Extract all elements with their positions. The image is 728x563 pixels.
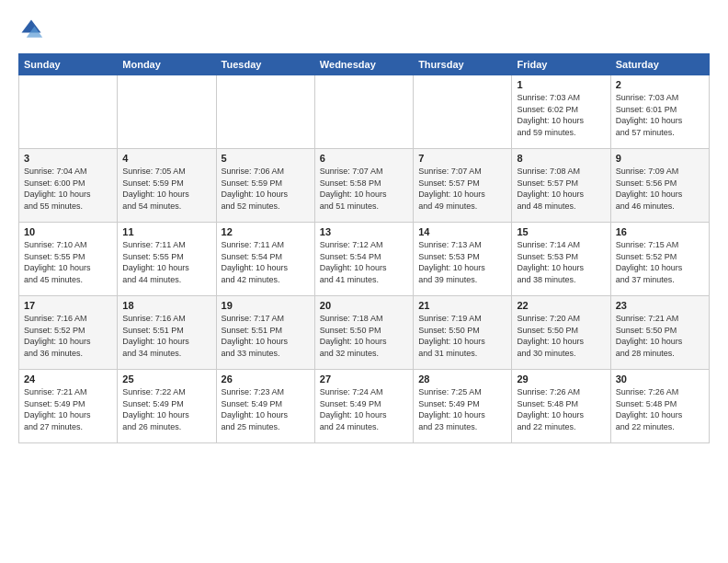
logo-icon — [18, 17, 44, 42]
day-info: Sunrise: 7:16 AM Sunset: 5:51 PM Dayligh… — [122, 313, 210, 359]
calendar-page: SundayMondayTuesdayWednesdayThursdayFrid… — [0, 0, 728, 453]
day-info: Sunrise: 7:22 AM Sunset: 5:49 PM Dayligh… — [122, 386, 210, 432]
calendar-cell: 3Sunrise: 7:04 AM Sunset: 6:00 PM Daylig… — [19, 149, 118, 223]
calendar-cell: 5Sunrise: 7:06 AM Sunset: 5:59 PM Daylig… — [216, 149, 314, 223]
day-info: Sunrise: 7:08 AM Sunset: 5:57 PM Dayligh… — [517, 166, 605, 212]
day-number: 1 — [517, 79, 605, 90]
calendar-cell: 24Sunrise: 7:21 AM Sunset: 5:49 PM Dayli… — [19, 370, 118, 443]
day-number: 24 — [24, 373, 112, 385]
day-info: Sunrise: 7:06 AM Sunset: 5:59 PM Dayligh… — [222, 166, 310, 212]
day-info: Sunrise: 7:26 AM Sunset: 5:48 PM Dayligh… — [517, 386, 605, 432]
calendar-cell: 17Sunrise: 7:16 AM Sunset: 5:52 PM Dayli… — [19, 296, 118, 370]
calendar-cell: 9Sunrise: 7:09 AM Sunset: 5:56 PM Daylig… — [610, 149, 709, 223]
calendar-week-row: 10Sunrise: 7:10 AM Sunset: 5:55 PM Dayli… — [19, 223, 710, 296]
page-header — [18, 17, 710, 42]
day-number: 21 — [418, 300, 506, 311]
calendar-cell: 15Sunrise: 7:14 AM Sunset: 5:53 PM Dayli… — [512, 223, 610, 296]
day-number: 29 — [517, 373, 605, 385]
calendar-cell: 21Sunrise: 7:19 AM Sunset: 5:50 PM Dayli… — [414, 296, 512, 370]
calendar-cell — [118, 75, 216, 149]
calendar-week-row: 24Sunrise: 7:21 AM Sunset: 5:49 PM Dayli… — [19, 370, 710, 443]
calendar-week-row: 1Sunrise: 7:03 AM Sunset: 6:02 PM Daylig… — [19, 75, 710, 149]
day-info: Sunrise: 7:15 AM Sunset: 5:52 PM Dayligh… — [616, 239, 704, 285]
day-info: Sunrise: 7:24 AM Sunset: 5:49 PM Dayligh… — [320, 386, 408, 432]
day-number: 7 — [418, 153, 506, 164]
day-info: Sunrise: 7:25 AM Sunset: 5:49 PM Dayligh… — [418, 386, 506, 432]
day-info: Sunrise: 7:17 AM Sunset: 5:51 PM Dayligh… — [222, 313, 310, 359]
calendar-cell: 28Sunrise: 7:25 AM Sunset: 5:49 PM Dayli… — [414, 370, 512, 443]
day-number: 2 — [616, 79, 704, 90]
calendar-cell: 1Sunrise: 7:03 AM Sunset: 6:02 PM Daylig… — [512, 75, 610, 149]
calendar-cell: 10Sunrise: 7:10 AM Sunset: 5:55 PM Dayli… — [19, 223, 118, 296]
day-info: Sunrise: 7:19 AM Sunset: 5:50 PM Dayligh… — [418, 313, 506, 359]
calendar-cell: 22Sunrise: 7:20 AM Sunset: 5:50 PM Dayli… — [512, 296, 610, 370]
calendar-cell — [414, 75, 512, 149]
calendar-cell: 8Sunrise: 7:08 AM Sunset: 5:57 PM Daylig… — [512, 149, 610, 223]
calendar-cell: 6Sunrise: 7:07 AM Sunset: 5:58 PM Daylig… — [314, 149, 413, 223]
calendar-cell: 4Sunrise: 7:05 AM Sunset: 5:59 PM Daylig… — [118, 149, 216, 223]
day-number: 18 — [122, 300, 210, 311]
weekday-header: Sunday — [19, 54, 118, 75]
weekday-header-row: SundayMondayTuesdayWednesdayThursdayFrid… — [19, 54, 710, 75]
day-number: 8 — [517, 153, 605, 164]
day-info: Sunrise: 7:09 AM Sunset: 5:56 PM Dayligh… — [616, 166, 704, 212]
day-number: 23 — [616, 300, 704, 311]
day-info: Sunrise: 7:04 AM Sunset: 6:00 PM Dayligh… — [24, 166, 112, 212]
day-number: 12 — [222, 226, 310, 237]
day-number: 17 — [24, 300, 112, 311]
day-info: Sunrise: 7:05 AM Sunset: 5:59 PM Dayligh… — [122, 166, 210, 212]
day-number: 22 — [517, 300, 605, 311]
day-number: 10 — [24, 226, 112, 237]
day-number: 4 — [122, 153, 210, 164]
day-info: Sunrise: 7:21 AM Sunset: 5:50 PM Dayligh… — [616, 313, 704, 359]
weekday-header: Tuesday — [216, 54, 314, 75]
calendar-table: SundayMondayTuesdayWednesdayThursdayFrid… — [18, 53, 710, 443]
calendar-cell: 23Sunrise: 7:21 AM Sunset: 5:50 PM Dayli… — [610, 296, 709, 370]
calendar-cell: 25Sunrise: 7:22 AM Sunset: 5:49 PM Dayli… — [118, 370, 216, 443]
calendar-week-row: 3Sunrise: 7:04 AM Sunset: 6:00 PM Daylig… — [19, 149, 710, 223]
calendar-cell: 26Sunrise: 7:23 AM Sunset: 5:49 PM Dayli… — [216, 370, 314, 443]
day-info: Sunrise: 7:18 AM Sunset: 5:50 PM Dayligh… — [320, 313, 408, 359]
day-number: 25 — [122, 373, 210, 385]
calendar-week-row: 17Sunrise: 7:16 AM Sunset: 5:52 PM Dayli… — [19, 296, 710, 370]
weekday-header: Saturday — [610, 54, 709, 75]
day-info: Sunrise: 7:03 AM Sunset: 6:01 PM Dayligh… — [616, 92, 704, 138]
day-number: 30 — [616, 373, 704, 385]
calendar-cell: 18Sunrise: 7:16 AM Sunset: 5:51 PM Dayli… — [118, 296, 216, 370]
calendar-cell: 12Sunrise: 7:11 AM Sunset: 5:54 PM Dayli… — [216, 223, 314, 296]
day-info: Sunrise: 7:21 AM Sunset: 5:49 PM Dayligh… — [24, 386, 112, 432]
calendar-cell — [314, 75, 413, 149]
calendar-cell: 19Sunrise: 7:17 AM Sunset: 5:51 PM Dayli… — [216, 296, 314, 370]
day-info: Sunrise: 7:11 AM Sunset: 5:54 PM Dayligh… — [222, 239, 310, 285]
calendar-cell: 16Sunrise: 7:15 AM Sunset: 5:52 PM Dayli… — [610, 223, 709, 296]
day-info: Sunrise: 7:26 AM Sunset: 5:48 PM Dayligh… — [616, 386, 704, 432]
day-number: 15 — [517, 226, 605, 237]
weekday-header: Friday — [512, 54, 610, 75]
weekday-header: Thursday — [414, 54, 512, 75]
day-info: Sunrise: 7:23 AM Sunset: 5:49 PM Dayligh… — [222, 386, 310, 432]
day-number: 28 — [418, 373, 506, 385]
day-info: Sunrise: 7:16 AM Sunset: 5:52 PM Dayligh… — [24, 313, 112, 359]
day-number: 6 — [320, 153, 408, 164]
calendar-cell: 2Sunrise: 7:03 AM Sunset: 6:01 PM Daylig… — [610, 75, 709, 149]
day-info: Sunrise: 7:10 AM Sunset: 5:55 PM Dayligh… — [24, 239, 112, 285]
calendar-cell — [216, 75, 314, 149]
weekday-header: Monday — [118, 54, 216, 75]
day-info: Sunrise: 7:07 AM Sunset: 5:57 PM Dayligh… — [418, 166, 506, 212]
day-number: 16 — [616, 226, 704, 237]
day-info: Sunrise: 7:14 AM Sunset: 5:53 PM Dayligh… — [517, 239, 605, 285]
calendar-cell: 7Sunrise: 7:07 AM Sunset: 5:57 PM Daylig… — [414, 149, 512, 223]
logo — [18, 17, 48, 42]
day-number: 5 — [222, 153, 310, 164]
day-number: 3 — [24, 153, 112, 164]
day-number: 13 — [320, 226, 408, 237]
day-info: Sunrise: 7:07 AM Sunset: 5:58 PM Dayligh… — [320, 166, 408, 212]
day-info: Sunrise: 7:12 AM Sunset: 5:54 PM Dayligh… — [320, 239, 408, 285]
day-info: Sunrise: 7:20 AM Sunset: 5:50 PM Dayligh… — [517, 313, 605, 359]
calendar-cell: 11Sunrise: 7:11 AM Sunset: 5:55 PM Dayli… — [118, 223, 216, 296]
calendar-cell: 27Sunrise: 7:24 AM Sunset: 5:49 PM Dayli… — [314, 370, 413, 443]
calendar-cell: 30Sunrise: 7:26 AM Sunset: 5:48 PM Dayli… — [610, 370, 709, 443]
day-info: Sunrise: 7:03 AM Sunset: 6:02 PM Dayligh… — [517, 92, 605, 138]
calendar-cell: 14Sunrise: 7:13 AM Sunset: 5:53 PM Dayli… — [414, 223, 512, 296]
calendar-cell: 29Sunrise: 7:26 AM Sunset: 5:48 PM Dayli… — [512, 370, 610, 443]
